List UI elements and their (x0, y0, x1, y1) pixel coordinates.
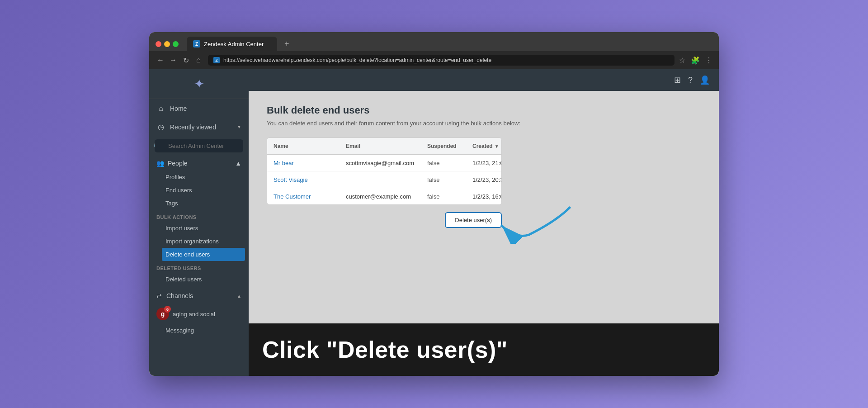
user-icon[interactable]: 👤 (700, 75, 710, 85)
table-row: Mr bear scottmvisagie@gmail.com false 1/… (267, 155, 501, 171)
recently-viewed-label: Recently viewed (170, 123, 216, 131)
browser-actions: ☆ 🧩 ⋮ (679, 56, 712, 65)
sidebar-item-messaging[interactable]: Messaging (149, 324, 249, 337)
sidebar-item-channels[interactable]: ⇄ Channels ▲ (149, 288, 249, 304)
delete-btn-area: Delete user(s) (267, 212, 502, 228)
col-header-email: Email (346, 143, 427, 149)
chevron-down-icon: ▼ (237, 124, 241, 129)
cell-suspended-1: false (427, 176, 472, 183)
menu-icon[interactable]: ⋮ (705, 56, 712, 65)
bookmark-icon[interactable]: ☆ (679, 56, 685, 65)
address-bar[interactable]: Z https://selectivehardwarehelp.zendesk.… (208, 55, 675, 66)
col-header-name: Name (274, 143, 346, 149)
bottom-overlay: Click "Delete user(s)" (249, 323, 719, 376)
search-input[interactable] (155, 139, 243, 152)
sidebar-item-recently-viewed[interactable]: ◷ Recently viewed ▼ (149, 118, 249, 136)
browser-window: Z Zendesk Admin Center + ← → ↻ ⌂ Z https… (149, 32, 719, 376)
cell-created-0: 1/2/23, 21:00 (472, 160, 502, 166)
annotation-arrow (493, 199, 574, 244)
import-orgs-label: Import organizations (165, 238, 219, 245)
forward-button[interactable]: → (168, 56, 178, 64)
browser-address-bar: ← → ↻ ⌂ Z https://selectivehardwarehelp.… (149, 51, 719, 69)
import-users-label: Import users (165, 225, 198, 232)
sidebar-item-messaging-social[interactable]: g 6 aging and social (149, 304, 249, 324)
main-content: ⊞ ? 👤 Bulk delete end users You can dele… (249, 69, 719, 376)
new-tab-button[interactable]: + (284, 39, 289, 49)
end-users-label: End users (165, 187, 192, 194)
table-row: The Customer customer@example.com false … (267, 188, 501, 204)
traffic-lights (156, 41, 179, 47)
sidebar-item-profiles[interactable]: Profiles (149, 171, 249, 184)
cell-suspended-2: false (427, 193, 472, 200)
cell-name-0[interactable]: Mr bear (274, 160, 346, 166)
page-title: Bulk delete end users (267, 104, 701, 116)
page-description: You can delete end users and their forum… (267, 120, 701, 127)
sidebar-item-end-users[interactable]: End users (149, 184, 249, 197)
sidebar-item-tags[interactable]: Tags (149, 197, 249, 210)
clock-icon: ◷ (156, 123, 165, 131)
nav-buttons: ← → ↻ ⌂ (156, 56, 203, 65)
cell-created-1: 1/2/23, 20:37 (472, 176, 502, 183)
cell-suspended-0: false (427, 160, 472, 166)
sidebar-item-import-users[interactable]: Import users (149, 222, 249, 235)
home-button[interactable]: ⌂ (193, 56, 203, 64)
col-header-created[interactable]: Created ▼ (472, 143, 502, 149)
badge-count: 6 (164, 306, 171, 313)
grid-icon[interactable]: ⊞ (674, 75, 681, 85)
sidebar-item-home[interactable]: ⌂ Home (149, 99, 249, 118)
deleted-users-label: Deleted users (165, 276, 202, 283)
address-favicon: Z (213, 57, 220, 63)
maximize-button[interactable] (173, 41, 179, 47)
close-button[interactable] (156, 41, 161, 47)
back-button[interactable]: ← (156, 56, 165, 64)
browser-tab[interactable]: Z Zendesk Admin Center (187, 37, 277, 51)
messaging-social-label: aging and social (173, 311, 215, 318)
tab-favicon: Z (193, 40, 200, 47)
people-icon: 👥 (156, 160, 164, 167)
cell-name-1[interactable]: Scott Visagie (274, 176, 346, 183)
channels-label: Channels (166, 292, 193, 299)
app-container: ✦ ⌂ Home ◷ Recently viewed ▼ 🔍 👥 (149, 69, 719, 376)
tags-label: Tags (165, 200, 178, 207)
overlay-text: Click "Delete user(s)" (262, 336, 508, 363)
data-table: Name Email Suspended Created ▼ Mr b (267, 138, 502, 205)
profiles-label: Profiles (165, 174, 185, 180)
deleted-users-group-label: Deleted users (149, 261, 249, 273)
channels-icon: ⇄ (156, 292, 162, 299)
page-content: Bulk delete end users You can delete end… (249, 91, 719, 376)
bulk-actions-group-label: Bulk actions (149, 210, 249, 222)
sidebar-item-import-orgs[interactable]: Import organizations (149, 235, 249, 248)
cell-email-2: customer@example.com (346, 193, 427, 200)
home-label: Home (170, 105, 187, 112)
messaging-label: Messaging (165, 327, 194, 334)
home-icon: ⌂ (156, 104, 165, 113)
chevron-up-icon: ▲ (235, 160, 241, 167)
delete-end-users-label: Delete end users (165, 251, 210, 258)
people-label: People (168, 160, 188, 167)
sidebar-item-delete-end-users[interactable]: Delete end users (162, 248, 245, 261)
reload-button[interactable]: ↻ (181, 56, 191, 65)
cell-email-0: scottmvisagie@gmail.com (346, 160, 427, 166)
table-row: Scott Visagie false 1/2/23, 20:37 (267, 171, 501, 188)
bulk-actions-label: Bulk actions (156, 214, 197, 220)
extensions-icon[interactable]: 🧩 (691, 56, 700, 65)
top-bar: ⊞ ? 👤 (249, 69, 719, 91)
sidebar: ✦ ⌂ Home ◷ Recently viewed ▼ 🔍 👥 (149, 69, 249, 376)
cell-created-2: 1/2/23, 16:08 (472, 193, 502, 200)
tab-title: Zendesk Admin Center (204, 41, 264, 47)
sidebar-item-deleted-users[interactable]: Deleted users (149, 273, 249, 286)
avatar: g 6 (156, 308, 169, 320)
col-header-suspended: Suspended (427, 143, 472, 149)
browser-chrome: Z Zendesk Admin Center + ← → ↻ ⌂ Z https… (149, 32, 719, 69)
delete-users-button[interactable]: Delete user(s) (445, 212, 502, 228)
address-url: https://selectivehardwarehelp.zendesk.co… (223, 57, 491, 63)
sidebar-logo: ✦ (149, 69, 249, 99)
minimize-button[interactable] (164, 41, 170, 47)
cell-name-2[interactable]: The Customer (274, 193, 346, 200)
sidebar-item-people[interactable]: 👥 People ▲ (149, 156, 249, 171)
help-icon[interactable]: ? (688, 76, 693, 85)
channels-chevron-icon: ▲ (237, 294, 241, 299)
zendesk-logo-icon: ✦ (194, 76, 204, 91)
search-container: 🔍 (149, 136, 249, 156)
table-header: Name Email Suspended Created ▼ (267, 138, 501, 155)
